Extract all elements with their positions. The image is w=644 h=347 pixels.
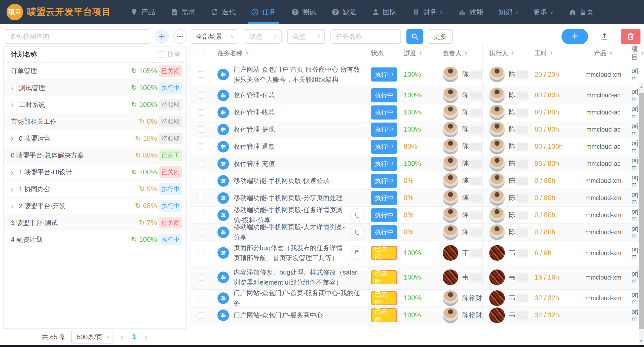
plan-row[interactable]: ›1 协同办公↻9%执行中 [4,181,186,198]
table-row[interactable]: 收付管理-充值执行中100%陈财陈财80 / 80hmmcloud-acprj-… [191,155,644,172]
upload-button[interactable] [595,29,614,44]
table-row[interactable]: 门户网站-众包门户-首页-服务商中心-所有数据只关联个人账号，不关联组织架构执行… [191,62,644,87]
scroll-down-icon[interactable]: ▼ [639,337,644,344]
expand-chevron-icon[interactable]: › [11,201,13,211]
add-task-button[interactable]: + [561,29,588,44]
batch-checkbox[interactable] [158,51,164,58]
vertical-scrollbar[interactable]: ▲ ▼ [639,83,644,344]
nav-item-产品[interactable]: 产品 [123,0,163,24]
table-row[interactable]: 门户网站-众包门户-首页-服务商中心-我的任务已关闭100%陈裕财韦华32 / … [191,290,644,307]
table-row[interactable]: 内容添加修改、bug处理、样式修改（safari浏览器对element ui部分… [191,265,644,290]
more-filters-button[interactable]: 更多 [428,29,453,44]
nav-item-财务[interactable]: 财务∨ [404,0,450,24]
plan-row[interactable]: ›0 唛盟运营↻18%待领取 [4,130,186,147]
plan-row[interactable]: 0 唛盟平台-总体解决方案↻88%已完工 [4,147,186,164]
vertical-scrollbar-thumb[interactable] [639,93,644,329]
plan-row[interactable]: 市场部相关工作↻0%待领取 [4,113,186,130]
sort-carets-icon[interactable]: ▲▼ [609,51,613,55]
table-row[interactable]: 门户网站-众包门户-服务商中心已关闭100%陈裕财韦华32 / 32hprj-m [191,307,644,324]
row-checkbox[interactable] [198,71,204,78]
copy-task-button[interactable] [350,246,364,260]
row-checkbox[interactable] [198,143,204,150]
row-checkbox[interactable] [198,212,204,218]
plan-page-size-select[interactable]: 500条/页 ∨ [71,330,113,344]
column-header-项目[interactable]: 项目▲▼ [625,44,644,62]
table-row[interactable]: 移动端功能-手机网页版-快速登录执行中0%陈财陈财0 / 80hmmcloud-… [191,172,644,189]
expand-chevron-icon[interactable]: › [11,83,13,93]
row-checkbox[interactable] [198,109,204,116]
nav-item-任务[interactable]: 任务 [243,0,284,24]
row-checkbox[interactable] [198,295,204,301]
plan-row[interactable]: 4 融资计划↻100%执行中 [4,231,186,248]
row-checkbox[interactable] [198,250,204,256]
copy-task-button[interactable] [350,208,364,222]
plan-prev-page-button[interactable]: ‹ [119,332,125,342]
add-plan-button[interactable]: + [155,29,169,44]
table-row[interactable]: 收付管理-收款执行中100%陈财陈财80 / 80hmmcloud-acprj-… [191,104,644,121]
nav-item-需求[interactable]: 需求 [163,0,203,24]
table-row[interactable]: 移动端功能-手机网页版-任务详情页浏览-投标-分享执行中0%陈财陈财0 / 80… [191,207,644,224]
column-header-负责人[interactable]: 负责人▲▼ [436,44,483,62]
type-filter-select[interactable]: 类型 ∨ [287,29,325,44]
plan-page-button-1[interactable]: 1 [130,333,137,341]
nav-item-知识[interactable]: 知识∨ [491,0,526,24]
sort-carets-icon[interactable]: ▲▼ [550,51,553,55]
delete-button[interactable] [621,29,640,44]
plan-more-button[interactable]: ••• [173,29,187,44]
column-header-任务名称[interactable]: 任务名称▲▼ [211,44,364,62]
table-row[interactable]: 移动端功能-手机网页版-人才详情浏览-分享执行中0%陈财陈财0 / 80hmmc… [191,224,644,241]
plan-row[interactable]: 订单管理↻105%已关闭 [4,63,186,80]
plan-next-page-button[interactable]: › [143,332,149,342]
copy-task-button[interactable] [350,225,364,239]
scene-filter-select[interactable]: 全部场景 ∨ [191,29,238,44]
sort-carets-icon[interactable]: ▲▼ [640,51,644,55]
table-row[interactable]: 页面部分bug修改（我发布的任务详情页顶部导航、首页研发管理工具等）已关闭100… [191,241,644,265]
expand-chevron-icon[interactable]: › [11,167,13,177]
row-checkbox[interactable] [198,274,204,281]
nav-item-迭代[interactable]: 迭代 [203,0,243,24]
plan-row[interactable]: 3 唛盟平台-测试↻7%已关闭 [4,214,186,231]
row-checkbox[interactable] [198,229,204,236]
plan-row[interactable]: ›1 唛盟平台-UI设计↻100%已关闭 [4,164,186,181]
nav-item-更多[interactable]: 更多∨ [526,0,561,24]
column-header-工时[interactable]: 工时▲▼ [528,44,582,62]
task-name-input[interactable] [330,29,401,44]
nav-item-效能[interactable]: 效能 [450,0,491,24]
sort-carets-icon[interactable]: ▲▼ [511,51,514,55]
nav-item-团队[interactable]: 团队 [364,0,404,24]
nav-item-测试[interactable]: 测试 [284,0,324,24]
row-checkbox[interactable] [198,126,204,133]
expand-chevron-icon[interactable]: › [11,100,13,109]
app-logo[interactable]: 项目 [7,4,23,20]
table-row[interactable]: 收付管理-提现执行中100%陈财陈财80 / 80hmmcloud-acprj-… [191,121,644,138]
table-row[interactable]: 收付管理-付款执行中100%陈财陈财80 / 80hmmcloud-acprj-… [191,87,644,104]
column-header-进度[interactable]: 进度▲▼ [397,44,436,62]
row-checkbox[interactable] [198,178,204,184]
select-all-checkbox[interactable] [198,50,204,56]
row-checkbox[interactable] [198,312,204,319]
sort-carets-icon[interactable]: ▲▼ [419,51,422,55]
header-checkbox-cell[interactable] [191,44,211,62]
plan-row[interactable]: ›2 唛盟平台-开发↻68%执行中 [4,198,186,214]
scroll-up-icon[interactable]: ▲ [639,83,644,90]
table-row[interactable]: 移动端功能-手机网页版-分享页面处理执行中0%陈财陈财0 / 80hmmclou… [191,189,644,207]
expand-chevron-icon[interactable]: › [11,134,13,143]
table-row[interactable]: 收付管理-退款执行中80%陈财陈财80 / 100hmmcloud-acprj-… [191,138,644,155]
status-filter-select[interactable]: 状态 ∨ [244,29,282,44]
sort-carets-icon[interactable]: ▲▼ [464,51,468,55]
masked-text [516,311,528,320]
search-button[interactable] [406,29,423,44]
plan-search-input[interactable] [4,29,150,44]
row-checkbox[interactable] [198,161,204,167]
column-header-执行人[interactable]: 执行人▲▼ [483,44,528,62]
plan-row[interactable]: ›测试管理↻100%执行中 [4,80,186,96]
task-filter-row: 全部场景 ∨ 状态 ∨ 类型 ∨ 更多 + [191,29,640,44]
nav-item-首页[interactable]: 首页 [561,0,601,24]
row-checkbox[interactable] [198,92,204,99]
sort-carets-icon[interactable]: ▲▼ [245,51,249,55]
expand-chevron-icon[interactable]: › [11,184,13,194]
column-header-产品[interactable]: 产品▲▼ [582,44,625,62]
plan-row[interactable]: ›工时系统↻100%待领取 [4,96,186,113]
nav-item-缺陷[interactable]: 缺陷 [324,0,364,24]
row-checkbox[interactable] [198,195,204,201]
